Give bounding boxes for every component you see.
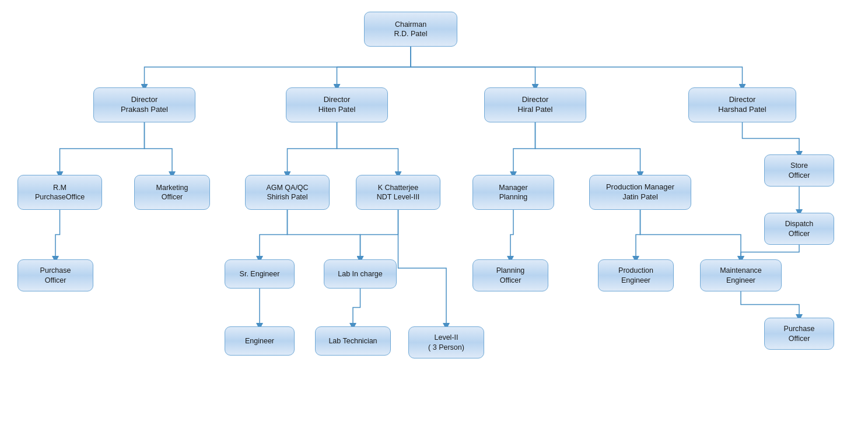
org-node-purchase_officer_l: PurchaseOfficer (18, 259, 93, 291)
org-node-purchase_officer_r: PurchaseOfficer (764, 318, 834, 350)
org-node-lab_incharge: Lab In charge (324, 259, 397, 289)
connection-lines (0, 0, 868, 422)
org-node-dispatch_officer: DispatchOfficer (764, 213, 834, 245)
org-node-lab_tech: Lab Technician (315, 326, 391, 356)
org-node-prod_engineer: ProductionEngineer (598, 259, 674, 291)
org-node-dir_harshad: DirectorHarshad Patel (688, 87, 796, 122)
org-node-engineer: Engineer (225, 326, 295, 356)
org-node-mgr_planning: ManagerPlanning (473, 175, 554, 210)
org-node-prod_mgr: Production ManagerJatin Patel (589, 175, 691, 210)
org-node-sr_engineer: Sr. Engineer (225, 259, 295, 289)
org-node-rm_purchase: R.MPurchaseOffice (18, 175, 102, 210)
org-node-maint_engineer: MaintenanceEngineer (700, 259, 782, 291)
org-chart: ChairmanR.D. PatelDirectorPrakash PatelD… (0, 0, 868, 422)
org-node-agm_qa: AGM QA/QCShirish Patel (245, 175, 330, 210)
org-node-chairman: ChairmanR.D. Patel (364, 12, 457, 47)
org-node-dir_hiten: DirectorHiten Patel (286, 87, 388, 122)
org-node-planning_officer: PlanningOfficer (473, 259, 548, 291)
org-node-level_ii: Level-II( 3 Person) (408, 326, 484, 358)
org-node-dir_hiral: DirectorHiral Patel (484, 87, 586, 122)
org-node-marketing: MarketingOfficer (134, 175, 210, 210)
org-node-dir_prakash: DirectorPrakash Patel (93, 87, 195, 122)
org-node-store_officer: StoreOfficer (764, 154, 834, 187)
org-node-k_chatterjee: K ChatterjeeNDT Level-III (356, 175, 440, 210)
